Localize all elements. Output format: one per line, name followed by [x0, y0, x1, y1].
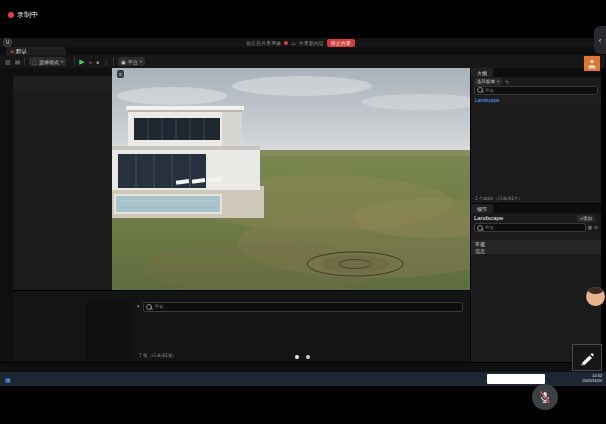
- play-button[interactable]: ▶: [79, 58, 84, 66]
- content-search-input[interactable]: 搜索: [143, 302, 463, 312]
- left-sidebar-strip: [0, 68, 13, 372]
- toolbar-divider: [113, 57, 114, 66]
- share-toolbar: 你正在共享屏幕 ▭ 共享新内容 停止共享: [246, 39, 355, 47]
- taskbar-search-input[interactable]: [487, 374, 545, 384]
- monitor-icon: ▭: [291, 40, 296, 46]
- share-live-dot-icon: [284, 41, 288, 45]
- outliner-item-label: Landscape: [475, 97, 499, 103]
- editor-status-bar: [0, 362, 600, 372]
- play-options-button[interactable]: ⋮: [103, 58, 109, 65]
- platform-dropdown[interactable]: ▣ 平台 ▾: [118, 57, 145, 66]
- outliner-filter-row: 条目标签▾ ✎: [471, 77, 601, 86]
- recording-label: 录制中: [17, 10, 38, 20]
- content-status-text: 7 项（已选择1项）: [139, 353, 177, 358]
- ue-logo: U: [3, 38, 12, 47]
- share-status-text: 你正在共享屏幕: [246, 40, 281, 46]
- main-toolbar: ▥ ▤ ⬚ 选择模式 ▾ ▶ » ■ ⋮ ▣ 平台 ▾: [0, 55, 605, 69]
- level-tabbar: ⚠ 默认: [0, 47, 600, 55]
- chevron-down-icon: ▾: [61, 59, 63, 64]
- annotation-pen-button[interactable]: [572, 344, 602, 371]
- outliner-filter-label: 条目标签: [477, 79, 495, 84]
- mic-muted-button[interactable]: [532, 384, 558, 410]
- save-button[interactable]: ▥: [5, 58, 11, 65]
- details-search-input[interactable]: 搜索: [474, 223, 586, 232]
- windows-taskbar: ▦ 14:32 2023/11/20: [0, 372, 606, 386]
- level-tab[interactable]: ⚠ 默认: [6, 47, 66, 55]
- mode-select-dropdown[interactable]: ⬚ 选择模式 ▾: [29, 57, 66, 66]
- person-download-icon: [587, 59, 597, 69]
- content-sources-column: [86, 302, 132, 360]
- mode-tabs: [13, 68, 112, 76]
- desktop-screen: 录制中 · · · U 你正在共享屏幕 ▭ 共享新内容 停止共享 ⚠ 默认: [0, 0, 606, 424]
- outliner-search-placeholder: 搜索: [485, 88, 494, 93]
- edit-icon[interactable]: ✎: [505, 79, 509, 85]
- outliner-search-input[interactable]: 搜索: [474, 86, 598, 95]
- page-dot[interactable]: [306, 355, 310, 359]
- webcam-avatar[interactable]: [585, 286, 606, 307]
- mic-muted-icon: [538, 390, 552, 404]
- mode-tools: [13, 76, 112, 91]
- toolbar-divider: [24, 57, 25, 66]
- start-button[interactable]: ▦: [5, 376, 11, 383]
- grid-view-icon[interactable]: ▦: [588, 225, 592, 230]
- stop-button[interactable]: ■: [96, 59, 99, 65]
- viewport-scene[interactable]: [112, 68, 470, 290]
- platform-icon: ▣: [121, 59, 126, 65]
- stop-share-button[interactable]: 停止共享: [327, 39, 355, 47]
- details-header: Landscape +添加: [471, 213, 601, 223]
- details-tabbar: 细节: [471, 204, 601, 213]
- overlay-drag-handle[interactable]: · · ·: [288, 1, 302, 7]
- recording-indicator: 录制中: [8, 10, 38, 20]
- details-category-chips: [471, 232, 601, 240]
- outliner-panel: 大纲 条目标签▾ ✎ 搜索 Landscape 1 个actor（已选择1个）: [470, 68, 601, 203]
- tab-details[interactable]: 细节: [471, 204, 493, 213]
- details-section-info[interactable]: 信息: [471, 247, 601, 254]
- details-search-placeholder: 搜索: [485, 225, 494, 230]
- meeting-sidebar-collapse-button[interactable]: ‹: [594, 26, 606, 54]
- search-icon: [477, 225, 483, 231]
- outliner-item-landscape[interactable]: Landscape: [471, 96, 601, 104]
- chevron-down-icon: ▾: [140, 59, 142, 64]
- share-audio-alert-button[interactable]: [584, 56, 600, 71]
- viewport-menu-button[interactable]: ≡: [117, 70, 124, 78]
- recording-dot-icon: [8, 12, 14, 18]
- outliner-footer: 1 个actor（已选择1个）: [475, 196, 523, 201]
- content-browser-button[interactable]: ▤: [15, 58, 21, 65]
- chevron-left-icon: ‹: [599, 37, 601, 44]
- share-new-text[interactable]: 共享新内容: [299, 40, 324, 46]
- settings-gear-icon[interactable]: ⚙: [594, 225, 598, 230]
- outliner-search-row: 搜索: [471, 86, 601, 94]
- chevron-down-icon: ▾: [497, 79, 499, 84]
- taskbar-clock[interactable]: 14:32 2023/11/20: [576, 373, 602, 383]
- add-component-button[interactable]: +添加: [577, 215, 595, 222]
- mode-select-label: 选择模式: [39, 59, 59, 65]
- viewport[interactable]: ≡: [112, 68, 470, 290]
- landscape-mode-panel: [13, 68, 112, 290]
- platform-label: 平台: [128, 59, 138, 65]
- skip-button[interactable]: »: [89, 59, 92, 65]
- viewport-toolbar-left: ≡: [117, 70, 127, 78]
- outliner-tabbar: 大纲: [471, 68, 601, 77]
- search-icon: [146, 304, 152, 310]
- filter-funnel-icon[interactable]: ▼: [136, 304, 140, 309]
- content-breadcrumb-row: [13, 291, 470, 300]
- details-search-row: 搜索 ▦ ⚙: [471, 223, 601, 232]
- tab-outliner[interactable]: 大纲: [471, 68, 493, 77]
- mode-select-icon: ⬚: [32, 59, 37, 65]
- ue-editor-window: U 你正在共享屏幕 ▭ 共享新内容 停止共享 ⚠ 默认 ▥ ▤ ⬚ 选择模式: [0, 38, 600, 372]
- details-panel: 细节 Landscape +添加 搜索 ▦ ⚙ 常规 信息: [470, 203, 601, 363]
- outliner-filter-chip[interactable]: 条目标签▾: [474, 78, 502, 85]
- clock-date: 2023/11/20: [582, 378, 602, 383]
- level-tab-label: 默认: [16, 48, 27, 55]
- toolbar-divider: [74, 57, 75, 66]
- warning-icon: ⚠: [10, 49, 14, 54]
- page-dot[interactable]: [295, 355, 299, 359]
- avatar-hair: [588, 286, 603, 294]
- pen-icon: [579, 350, 595, 366]
- share-page-dots: [295, 355, 310, 359]
- content-filter-row: ▼ 搜索: [136, 302, 466, 311]
- search-icon: [477, 87, 483, 93]
- content-drawer: ▼ 搜索 7 项（已选择1项）: [13, 290, 470, 363]
- details-section-general[interactable]: 常规: [471, 240, 601, 247]
- content-search-placeholder: 搜索: [154, 304, 163, 309]
